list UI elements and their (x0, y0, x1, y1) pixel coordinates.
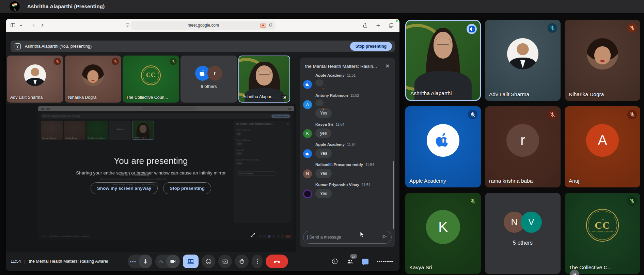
filmstrip-tile[interactable]: CC The Collective Coun... (123, 56, 179, 103)
reactions-button[interactable] (202, 255, 215, 268)
presenting-banner: Ashritha Alaparthi (You, presenting) Sto… (11, 41, 395, 52)
meeting-name: the Mental Health Matters: Raising Aware… (29, 259, 108, 264)
speaking-indicator-icon (467, 24, 477, 34)
mic-off-icon (627, 23, 637, 33)
tile-5-others[interactable]: N V 5 others (485, 193, 561, 274)
mic-control[interactable]: ••• (128, 255, 152, 268)
screen: A Ashritha Alaparthi (Presenting) (0, 0, 644, 275)
expand-presentation-icon[interactable] (250, 232, 256, 239)
overlay-stop-presenting-button[interactable]: Stop presenting (163, 182, 211, 194)
message-bubble: yes (315, 128, 331, 138)
mic-off-icon (468, 110, 477, 119)
nested-presenting-banner: Ashritha Alaparthi (You, presenting) Sto… (41, 113, 292, 119)
message-time: 11:52 (350, 93, 359, 97)
chat-messages[interactable]: Apple Academy11:51 A Antony Robinson11:5… (300, 72, 395, 229)
os-window-title: Ashritha Alaparthi (Presenting) (27, 3, 105, 9)
captions-button[interactable] (218, 255, 232, 268)
send-icon[interactable] (382, 234, 387, 241)
participants-icon[interactable]: 14 (347, 258, 354, 265)
filmstrip-tile-self-video[interactable]: Ashritha Alapar... (238, 56, 290, 103)
camera-options-chevron-icon[interactable] (155, 260, 166, 263)
chat-message: K Kavya Sri11:54 yes (303, 122, 391, 138)
present-screen-button[interactable] (183, 255, 199, 268)
page-settings-icon[interactable] (125, 22, 130, 29)
participant-name: Adv Lalit Sharma (489, 91, 529, 97)
chevron-down-icon[interactable] (18, 22, 24, 28)
end-call-button[interactable] (266, 255, 288, 268)
new-tab-icon[interactable] (375, 22, 381, 28)
overlay-subtitle: Sharing your entire screen or browser wi… (6, 170, 296, 175)
share-icon[interactable] (362, 22, 368, 28)
chat-input-placeholder: Send a message (308, 235, 382, 240)
chat-message: A Antony Robinson11:52 Yes (303, 93, 391, 118)
participant-initial: K (426, 210, 460, 244)
participant-initial: A (586, 124, 619, 157)
forward-button[interactable] (39, 22, 45, 28)
more-options-button[interactable] (252, 255, 263, 268)
stop-presenting-button[interactable]: Stop presenting (350, 42, 392, 51)
mic-off-icon (112, 58, 119, 65)
others-count-label: 5 others (485, 240, 561, 246)
nested-filmstrip: Adv Lalit Sharma Niharika Dogra The Coll… (41, 121, 154, 140)
sender-name: Apple Academy (315, 73, 345, 77)
meeting-details-icon[interactable] (331, 258, 338, 265)
mic-off-icon (627, 110, 637, 119)
browser-window: meet.google.com (6, 19, 399, 271)
close-icon[interactable]: ✕ (384, 62, 390, 70)
chat-scrollbar[interactable] (393, 161, 394, 229)
address-bar[interactable]: meet.google.com (131, 21, 276, 30)
audio-options-icon[interactable]: ••• (128, 259, 139, 264)
tab-overview-icon[interactable] (388, 22, 394, 28)
tile-apple-academy[interactable]: Apple Academy (405, 106, 481, 187)
tile-ashritha-alaparthi[interactable]: Ashritha Alaparthi (405, 20, 481, 101)
camera-icon[interactable] (166, 255, 180, 268)
participant-name: Niharika Dogra (569, 91, 604, 97)
camera-control[interactable] (155, 255, 180, 268)
raise-hand-button[interactable] (235, 255, 249, 268)
chat-input[interactable]: Send a message (303, 231, 392, 244)
participant-initial: r (207, 66, 222, 81)
participant-grid: Ashritha Alaparthi Adv Lalit Sharma Niha… (405, 20, 643, 275)
message-time: 11:54 (347, 142, 356, 147)
sender-name: Antony Robinson (315, 93, 348, 97)
filmstrip-tile[interactable]: Adv Lalit Sharma (7, 56, 63, 103)
participant-name: Kavya Sri (409, 264, 432, 271)
back-button[interactable] (31, 22, 37, 28)
participant-initial: r (506, 124, 539, 157)
tile-the-collective-counsel[interactable]: THE CC COLLECTIVE COUNSEL The Collective… (565, 193, 640, 274)
participant-photo (24, 64, 46, 86)
apple-logo-icon (303, 80, 312, 89)
participant-name: rama krishna baba (489, 178, 533, 184)
reload-icon[interactable] (268, 22, 273, 29)
show-my-screen-anyway-button[interactable]: Show my screen anyway (91, 182, 158, 194)
sender-name: Apple Academy (315, 142, 345, 147)
message-time: 11:54 (362, 183, 371, 187)
sidebar-toggle-icon[interactable] (10, 22, 16, 28)
participant-name: Apple Academy (409, 178, 446, 184)
message-bubble: Yes (315, 169, 332, 178)
tile-anuj[interactable]: A Anuj (565, 106, 640, 187)
tile-kavya-sri[interactable]: K Kavya Sri (405, 193, 481, 274)
mic-off-icon (468, 196, 477, 206)
chat-message: N Nallamilli Prasanna reddy11:54 Yes (303, 163, 391, 178)
nested-bottom-bar: 11:54| the Mental Health Matters: Raisin… (38, 233, 294, 240)
screen-share-indicator-icon[interactable] (260, 24, 266, 28)
filmstrip-tile-others[interactable]: r 9 others (180, 56, 237, 103)
mic-icon[interactable] (139, 255, 152, 268)
message-time: 11:51 (347, 73, 356, 77)
picture-in-picture-icon[interactable] (281, 95, 287, 100)
chat-toggle-icon[interactable] (362, 259, 368, 264)
meet-bottom-bar: 11:54 | the Mental Health Matters: Raisi… (6, 253, 399, 270)
mic-off-icon (627, 196, 637, 206)
activities-icon[interactable] (377, 261, 393, 262)
tile-adv-lalit-sharma[interactable]: Adv Lalit Sharma (485, 20, 561, 101)
tile-rama-krishna-baba[interactable]: r rama krishna baba (485, 106, 561, 187)
nested-browser-toolbar (38, 106, 294, 111)
message-bubble: Yes (315, 189, 332, 198)
filmstrip-tile[interactable]: Niharika Dogra (65, 56, 121, 103)
message-bubble: Yes (315, 149, 332, 158)
url-text: meet.google.com (188, 23, 219, 28)
tile-niharika-dogra[interactable]: Niharika Dogra (565, 20, 640, 101)
india-flag-icon (12, 3, 17, 7)
present-icon (15, 43, 21, 49)
